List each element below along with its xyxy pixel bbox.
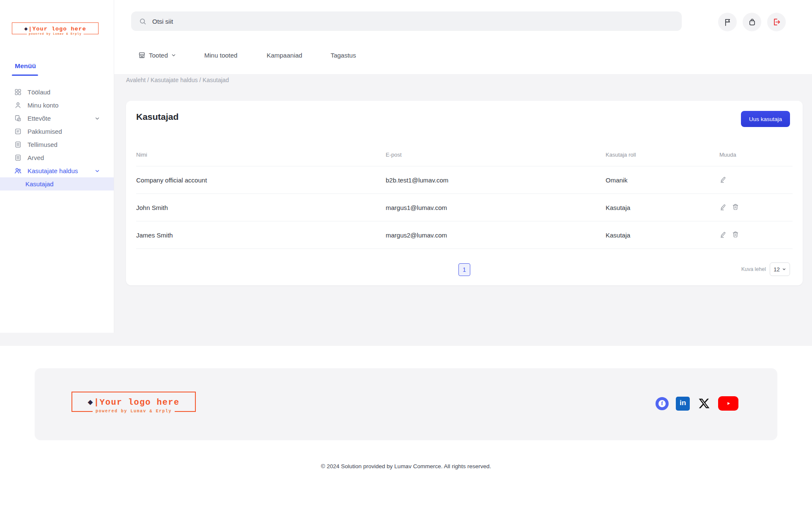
delete-button[interactable] bbox=[732, 231, 739, 240]
cell-role: Omanik bbox=[606, 177, 714, 184]
offer-document-icon bbox=[14, 127, 22, 135]
main-nav: Tooted Minu tooted Kampaaniad Tagastus bbox=[138, 44, 356, 66]
cell-email: b2b.test1@lumav.com bbox=[386, 177, 606, 184]
flag-icon bbox=[723, 18, 732, 27]
delete-icon bbox=[732, 231, 739, 238]
sidebar-item-pakkumised[interactable]: Pakkumised bbox=[0, 125, 114, 138]
invoice-document-icon bbox=[14, 154, 22, 162]
logo-diamond: ◆ bbox=[24, 26, 28, 32]
youtube-link[interactable] bbox=[718, 396, 738, 411]
nav-label: Kampaaniad bbox=[266, 52, 302, 59]
cell-email: margus2@lumav.com bbox=[386, 232, 606, 239]
footer-logo[interactable]: ◆|Your logo here powered by Lumav & Erpl… bbox=[71, 392, 196, 412]
chevron-down-icon bbox=[782, 267, 786, 271]
edit-icon bbox=[719, 231, 727, 238]
page-title: Kasutajad bbox=[136, 112, 178, 122]
per-page-control: Kuva lehel 12 bbox=[741, 262, 790, 276]
delete-button[interactable] bbox=[732, 203, 739, 212]
company-icon bbox=[14, 114, 22, 122]
cell-actions bbox=[714, 203, 793, 212]
column-header-roll: Kasutaja roll bbox=[606, 152, 714, 158]
edit-button[interactable] bbox=[719, 231, 727, 240]
nav-item-tooted[interactable]: Tooted bbox=[138, 51, 176, 59]
dashboard-icon bbox=[14, 88, 22, 96]
sidebar-item-ettevote[interactable]: Ettevõte bbox=[0, 112, 114, 125]
column-header-muuda: Muuda bbox=[714, 152, 793, 158]
x-icon bbox=[698, 397, 710, 410]
column-header-nimi: Nimi bbox=[136, 152, 386, 158]
flag-button[interactable] bbox=[718, 13, 737, 31]
bag-icon bbox=[748, 18, 757, 27]
sidebar-item-label: Pakkumised bbox=[27, 128, 62, 135]
users-icon bbox=[14, 167, 22, 175]
sidebar-title: Menüü bbox=[15, 62, 36, 70]
table-header-row: Nimi E-post Kasutaja roll Muuda bbox=[136, 143, 793, 166]
cart-button[interactable] bbox=[743, 13, 761, 31]
nav-item-kampaaniad[interactable]: Kampaaniad bbox=[266, 52, 302, 59]
page-button-1[interactable]: 1 bbox=[458, 263, 470, 276]
edit-button[interactable] bbox=[719, 176, 727, 185]
sidebar-item-label: Töölaud bbox=[27, 88, 50, 96]
per-page-label: Kuva lehel bbox=[741, 266, 766, 272]
search-input[interactable] bbox=[152, 18, 674, 25]
storefront-icon bbox=[138, 51, 146, 59]
sidebar-menu: Töölaud Minu konto Ettevõte bbox=[0, 86, 114, 190]
sidebar-item-label: Tellimused bbox=[27, 141, 58, 148]
sidebar-item-tellimused[interactable]: Tellimused bbox=[0, 138, 114, 151]
top-header: Tooted Minu tooted Kampaaniad Tagastus bbox=[0, 0, 812, 74]
edit-icon bbox=[719, 203, 727, 211]
table-row: James Smith margus2@lumav.com Kasutaja bbox=[136, 221, 793, 249]
cell-name: John Smith bbox=[136, 204, 386, 211]
pagination: 1 Kuva lehel 12 bbox=[126, 258, 803, 281]
search-bar bbox=[131, 11, 682, 31]
sidebar-item-label: Ettevõte bbox=[27, 115, 51, 122]
sidebar-subitem-kasutajad[interactable]: Kasutajad bbox=[0, 177, 114, 190]
facebook-icon: f bbox=[658, 400, 666, 407]
cell-name: James Smith bbox=[136, 232, 386, 239]
header-logo[interactable]: ◆|Your logo here powered by Lumav & Erpl… bbox=[12, 22, 99, 34]
delete-icon bbox=[732, 203, 739, 211]
nav-item-tagastus[interactable]: Tagastus bbox=[331, 52, 356, 59]
sidebar-item-arved[interactable]: Arved bbox=[0, 151, 114, 164]
footer: ◆|Your logo here powered by Lumav & Erpl… bbox=[35, 368, 777, 440]
edit-icon bbox=[719, 176, 727, 183]
nav-label: Tooted bbox=[149, 52, 168, 59]
logo-text: |Your logo here bbox=[28, 26, 86, 32]
edit-button[interactable] bbox=[719, 203, 727, 212]
linkedin-icon: in bbox=[680, 399, 686, 407]
per-page-select[interactable]: 12 bbox=[770, 262, 790, 276]
column-header-epost: E-post bbox=[386, 152, 606, 158]
facebook-link[interactable]: f bbox=[656, 397, 669, 410]
sidebar-item-minu-konto[interactable]: Minu konto bbox=[0, 99, 114, 112]
cell-name: Company official account bbox=[136, 177, 386, 184]
x-link[interactable] bbox=[697, 397, 711, 411]
sidebar-item-toolaud[interactable]: Töölaud bbox=[0, 86, 114, 99]
table-row: Company official account b2b.test1@lumav… bbox=[136, 166, 793, 194]
nav-item-minu-tooted[interactable]: Minu tooted bbox=[204, 52, 237, 59]
new-user-button[interactable]: Uus kasutaja bbox=[741, 111, 790, 127]
sidebar-subitem-label: Kasutajad bbox=[25, 180, 54, 188]
logo-powered-by: powered by Lumav & Erply bbox=[93, 409, 175, 414]
chevron-down-icon bbox=[94, 168, 100, 174]
users-card: Kasutajad Uus kasutaja Nimi E-post Kasut… bbox=[126, 101, 803, 285]
sidebar-title-underline bbox=[12, 75, 38, 76]
linkedin-link[interactable]: in bbox=[676, 397, 690, 411]
sidebar-item-kasutajate-haldus[interactable]: Kasutajate haldus bbox=[0, 164, 114, 177]
logo-text: |Your logo here bbox=[94, 398, 180, 407]
youtube-icon bbox=[724, 400, 732, 407]
chevron-down-icon bbox=[94, 116, 100, 121]
search-icon bbox=[139, 17, 147, 25]
logo-diamond: ◆ bbox=[88, 398, 93, 407]
chevron-down-icon bbox=[171, 52, 176, 58]
cell-actions bbox=[714, 231, 793, 240]
cell-email: margus1@lumav.com bbox=[386, 204, 606, 211]
cell-role: Kasutaja bbox=[606, 204, 714, 211]
nav-label: Minu tooted bbox=[204, 52, 237, 59]
header-actions bbox=[718, 13, 786, 31]
orders-document-icon bbox=[14, 141, 22, 149]
table-row: John Smith margus1@lumav.com Kasutaja bbox=[136, 194, 793, 221]
breadcrumb[interactable]: Avaleht / Kasutajate haldus / Kasutajad bbox=[126, 77, 229, 83]
logout-button[interactable] bbox=[767, 13, 786, 31]
sidebar-item-label: Kasutajate haldus bbox=[27, 167, 78, 174]
social-links: f in bbox=[656, 396, 738, 411]
